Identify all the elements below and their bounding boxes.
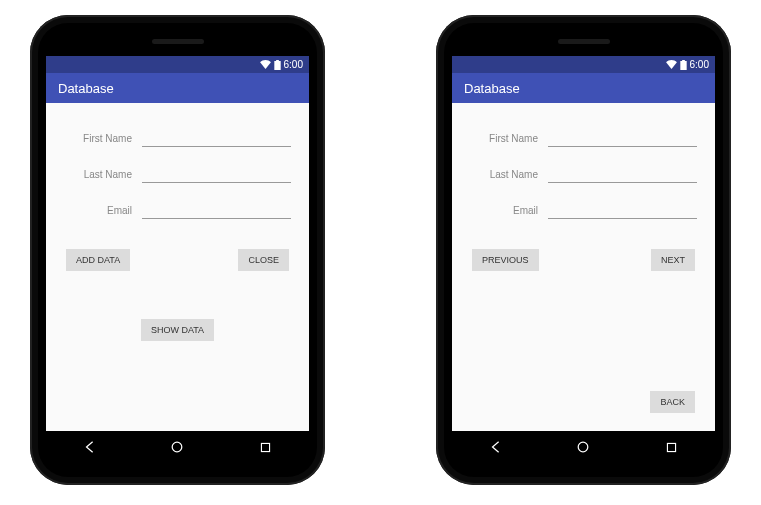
email-label: Email: [64, 205, 142, 216]
recent-nav-icon[interactable]: [245, 437, 285, 457]
button-row-center: SHOW DATA: [64, 319, 291, 341]
last-name-row: Last Name: [470, 165, 697, 183]
last-name-input[interactable]: [548, 165, 697, 183]
first-name-row: First Name: [64, 129, 291, 147]
wifi-icon: [666, 60, 677, 69]
first-name-row: First Name: [470, 129, 697, 147]
battery-icon: [274, 60, 281, 70]
app-bar: Database: [452, 73, 715, 103]
home-nav-icon[interactable]: [563, 437, 603, 457]
phone-chin: [38, 463, 317, 477]
clock-text: 6:00: [284, 59, 303, 70]
form-content: First Name Last Name Email ADD DATA CLOS…: [46, 103, 309, 431]
last-name-input[interactable]: [142, 165, 291, 183]
navigation-bar: [46, 431, 309, 463]
screen: 6:00 Database First Name Last Name Email: [46, 56, 309, 431]
last-name-row: Last Name: [64, 165, 291, 183]
email-input[interactable]: [548, 201, 697, 219]
last-name-label: Last Name: [470, 169, 548, 180]
first-name-label: First Name: [64, 133, 142, 144]
status-bar: 6:00: [452, 56, 715, 73]
email-row: Email: [64, 201, 291, 219]
back-nav-icon[interactable]: [70, 437, 110, 457]
button-row-top: PREVIOUS NEXT: [470, 249, 697, 271]
back-button[interactable]: BACK: [650, 391, 695, 413]
clock-text: 6:00: [690, 59, 709, 70]
last-name-label: Last Name: [64, 169, 142, 180]
first-name-label: First Name: [470, 133, 548, 144]
email-label: Email: [470, 205, 548, 216]
battery-icon: [680, 60, 687, 70]
phone-frame: 6:00 Database First Name Last Name Email: [38, 23, 317, 477]
wifi-icon: [260, 60, 271, 69]
show-data-button[interactable]: SHOW DATA: [141, 319, 214, 341]
email-input[interactable]: [142, 201, 291, 219]
recent-nav-icon[interactable]: [651, 437, 691, 457]
app-bar: Database: [46, 73, 309, 103]
speaker-grille: [558, 39, 610, 44]
app-title: Database: [58, 81, 114, 96]
phone-frame: 6:00 Database First Name Last Name Email: [444, 23, 723, 477]
app-title: Database: [464, 81, 520, 96]
back-nav-icon[interactable]: [476, 437, 516, 457]
first-name-input[interactable]: [548, 129, 697, 147]
navigation-bar: [452, 431, 715, 463]
phone-device-right: 6:00 Database First Name Last Name Email: [436, 15, 731, 485]
button-row-top: ADD DATA CLOSE: [64, 249, 291, 271]
svg-rect-3: [667, 443, 675, 451]
svg-rect-1: [261, 443, 269, 451]
phone-device-left: 6:00 Database First Name Last Name Email: [30, 15, 325, 485]
phone-chin: [444, 463, 723, 477]
close-button[interactable]: CLOSE: [238, 249, 289, 271]
previous-button[interactable]: PREVIOUS: [472, 249, 539, 271]
next-button[interactable]: NEXT: [651, 249, 695, 271]
home-nav-icon[interactable]: [157, 437, 197, 457]
status-bar: 6:00: [46, 56, 309, 73]
svg-point-0: [173, 442, 183, 452]
first-name-input[interactable]: [142, 129, 291, 147]
speaker-grille: [152, 39, 204, 44]
email-row: Email: [470, 201, 697, 219]
screen: 6:00 Database First Name Last Name Email: [452, 56, 715, 431]
form-content: First Name Last Name Email PREVIOUS NEXT…: [452, 103, 715, 431]
add-data-button[interactable]: ADD DATA: [66, 249, 130, 271]
svg-point-2: [579, 442, 589, 452]
